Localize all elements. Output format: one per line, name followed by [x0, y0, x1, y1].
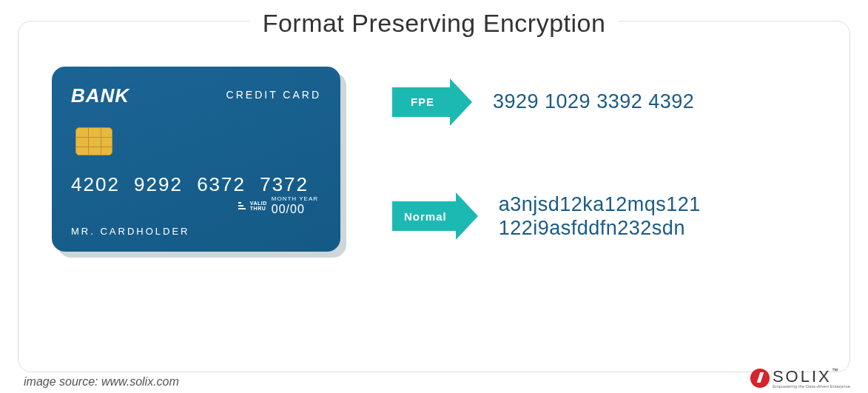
- solix-logo-icon: [750, 369, 770, 388]
- normal-output-line2: 122i9asfddfn232sdn: [499, 217, 685, 239]
- month-year-label: MONTH YEAR: [272, 195, 318, 202]
- valid-thru-label: VALID THRU: [250, 201, 267, 211]
- valid-thru-block: VALID THRU MONTH YEAR 00/00: [238, 195, 318, 216]
- solix-logo-text-block: SOLIX™ Empowering the Data-driven Enterp…: [773, 367, 850, 389]
- bank-name: BANK: [71, 84, 129, 107]
- normal-row: Normal a3njsd12ka12mqs121 122i9asfddfn23…: [392, 192, 831, 241]
- output-rows: FPE 3929 1029 3392 4392 Normal a3njsd12k…: [392, 78, 831, 241]
- card-type-label: CREDIT CARD: [226, 89, 321, 101]
- image-source: image source: www.solix.com: [24, 375, 179, 389]
- normal-output: a3njsd12ka12mqs121 122i9asfddfn232sdn: [499, 192, 701, 241]
- page-title: Format Preserving Encryption: [249, 9, 619, 38]
- signal-icon: [238, 202, 246, 209]
- fpe-row: FPE 3929 1029 3392 4392: [392, 78, 831, 126]
- card-number: 4202 9292 6372 7372: [71, 173, 309, 196]
- cardholder-name: MR. CARDHOLDER: [71, 226, 189, 237]
- solix-logo-text: SOLIX: [773, 367, 832, 386]
- valid-date-block: MONTH YEAR 00/00: [272, 195, 318, 216]
- valid-label-top: VALID: [250, 201, 267, 206]
- arrow-head-icon: [456, 192, 478, 240]
- arrow-head-icon: [450, 78, 472, 126]
- fpe-arrow: FPE: [392, 78, 472, 126]
- solix-logo: SOLIX™ Empowering the Data-driven Enterp…: [750, 367, 850, 389]
- valid-date: 00/00: [272, 203, 318, 216]
- normal-output-line1: a3njsd12ka12mqs121: [499, 193, 701, 215]
- trademark-symbol: ™: [832, 367, 838, 374]
- fpe-output: 3929 1029 3392 4392: [493, 90, 694, 113]
- normal-arrow: Normal: [392, 192, 478, 240]
- footer: image source: www.solix.com SOLIX™ Empow…: [24, 367, 850, 389]
- solix-tagline: Empowering the Data-driven Enterprise: [773, 384, 850, 389]
- content-area: BANK CREDIT CARD 4202 9292 6372 7372 VAL…: [52, 67, 831, 252]
- valid-label-bot: THRU: [250, 206, 267, 211]
- chip-icon: [75, 127, 112, 155]
- normal-arrow-label: Normal: [392, 201, 456, 231]
- fpe-arrow-label: FPE: [392, 87, 450, 117]
- credit-card: BANK CREDIT CARD 4202 9292 6372 7372 VAL…: [52, 67, 340, 252]
- card-face: BANK CREDIT CARD 4202 9292 6372 7372 VAL…: [52, 67, 340, 252]
